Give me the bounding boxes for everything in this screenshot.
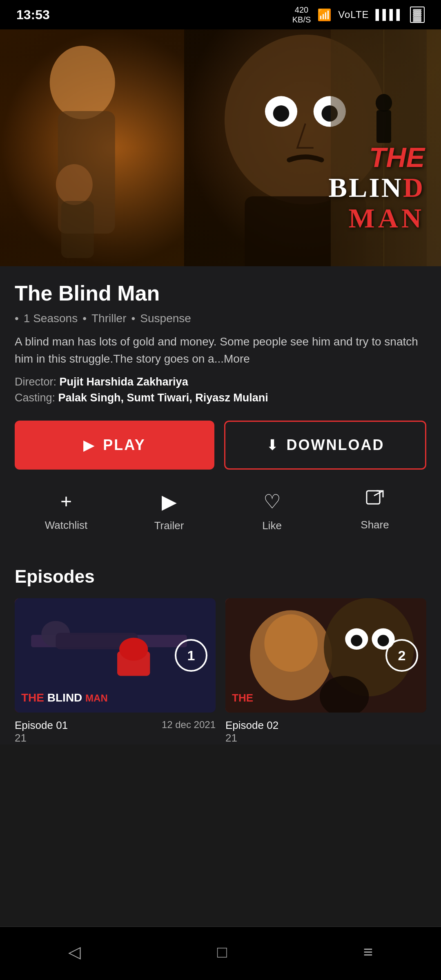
episode-card-2[interactable]: THE 2 Episode 02 21 [225,598,426,744]
hero-woman-figure [0,29,185,266]
ep2-title-prefix: THE [232,692,253,704]
svg-point-7 [273,105,290,122]
home-button[interactable]: □ [201,939,243,965]
bullet-2: • [82,312,87,325]
genre-2: Suspense [140,312,191,325]
director-label: Director: [15,376,60,388]
signal-bars-icon: ▌▌▌▌ [376,9,403,20]
hero-title-the: THE [329,142,425,173]
ep2-title-overlay: THE [232,691,253,704]
episode-thumb-2: THE 2 [225,598,426,713]
share-icon [366,490,384,512]
svg-point-28 [351,635,362,646]
play-button[interactable]: ▶ PLAY [15,421,214,470]
network-speed: 420KB/S [292,5,311,24]
episodes-grid: THE BLIND MAN 1 Episode 01 21 12 dec 202… [15,598,426,744]
menu-button[interactable]: ≡ [347,939,389,965]
download-button[interactable]: ⬇ DOWNLOAD [224,421,426,470]
svg-point-24 [264,615,318,672]
episode-badge-2: 2 [385,639,418,672]
seasons-info: 1 Seasons [24,312,78,325]
ep1-title-white: BLIND [47,691,82,704]
play-label: PLAY [103,437,146,454]
ep1-title-red: THE [21,691,47,704]
movie-title: The Blind Man [15,281,426,305]
episode-name-1: Episode 01 [15,719,68,732]
status-time: 13:53 [16,7,50,22]
share-button[interactable]: Share [346,490,403,532]
hero-movie-title: THE BLIND MAN [329,142,425,234]
share-label: Share [361,519,389,531]
like-heart-icon: ♡ [263,490,281,513]
episode-badge-1: 1 [175,639,207,672]
svg-rect-3 [61,201,94,258]
trailer-play-icon: ▶ [162,490,177,513]
play-icon: ▶ [83,437,95,454]
svg-point-29 [378,635,389,646]
download-icon: ⬇ [266,437,278,454]
icon-actions-row: + Watchlist ▶ Trailer ♡ Like Share [15,482,426,540]
trailer-button[interactable]: ▶ Trailer [140,490,198,532]
bullet-1: • [15,312,19,325]
episodes-title: Episodes [15,566,426,587]
svg-rect-13 [376,110,391,143]
trailer-label: Trailer [154,519,184,532]
movie-description: A blind man has lots of gold and money. … [15,333,426,368]
hero-title-man: MAN [329,203,425,234]
signal-icon: VoLTE [338,9,369,20]
director-name: Pujit Harshida Zakhariya [60,376,188,388]
episode-number-1: 1 [187,648,195,664]
svg-point-12 [376,94,392,112]
episode-name-2: Episode 02 [225,719,278,732]
episode-duration-2: 21 [225,732,278,744]
status-bar: 13:53 420KB/S 📶 VoLTE ▌▌▌▌ ▓ [0,0,441,29]
episode-number-2: 2 [398,648,406,664]
svg-line-15 [374,491,383,496]
bottom-spacer [0,744,441,810]
casting-names: Palak Singh, Sumt Tiwari, Riyasz Mulani [58,392,268,404]
episode-date-1: 12 dec 2021 [162,719,216,731]
episode-thumb-1: THE BLIND MAN 1 [15,598,216,713]
back-button[interactable]: ◁ [52,938,97,965]
bullet-3: • [131,312,136,325]
svg-rect-14 [367,491,380,504]
episode-duration-1: 21 [15,732,68,744]
casting-info: Casting: Palak Singh, Sumt Tiwari, Riyas… [15,392,426,404]
download-label: DOWNLOAD [287,437,385,454]
watchlist-label: Watchlist [45,519,88,532]
bottom-navigation: ◁ □ ≡ [0,927,441,980]
svg-point-2 [56,164,93,205]
status-icons: 420KB/S 📶 VoLTE ▌▌▌▌ ▓ [292,5,425,24]
casting-label: Casting: [15,392,58,404]
like-button[interactable]: ♡ Like [243,490,301,532]
watchlist-button[interactable]: + Watchlist [38,490,95,532]
action-buttons: ▶ PLAY ⬇ DOWNLOAD [15,421,426,470]
hero-title-blind: BLIND [329,172,425,203]
episodes-section: Episodes THE BLIND [0,566,441,744]
genre-1: Thriller [91,312,127,325]
episode-card-1[interactable]: THE BLIND MAN 1 Episode 01 21 12 dec 202… [15,598,216,744]
episode-info-2: Episode 02 21 [225,719,426,744]
content-area: The Blind Man • 1 Seasons • Thriller • S… [0,266,441,566]
battery-icon: ▓ [410,7,425,23]
wifi-icon: 📶 [317,8,332,22]
director-info: Director: Pujit Harshida Zakhariya [15,376,426,388]
meta-info: • 1 Seasons • Thriller • Suspense [15,312,426,325]
svg-point-21 [119,638,148,661]
svg-point-0 [50,46,115,119]
watchlist-plus-icon: + [60,490,72,512]
ep1-title-overlay: THE BLIND MAN [21,691,108,704]
like-label: Like [262,519,282,532]
hero-banner: THE BLIND MAN [0,29,441,266]
episode-info-1: Episode 01 21 12 dec 2021 [15,719,216,744]
ep1-title-suffix: MAN [85,693,108,704]
